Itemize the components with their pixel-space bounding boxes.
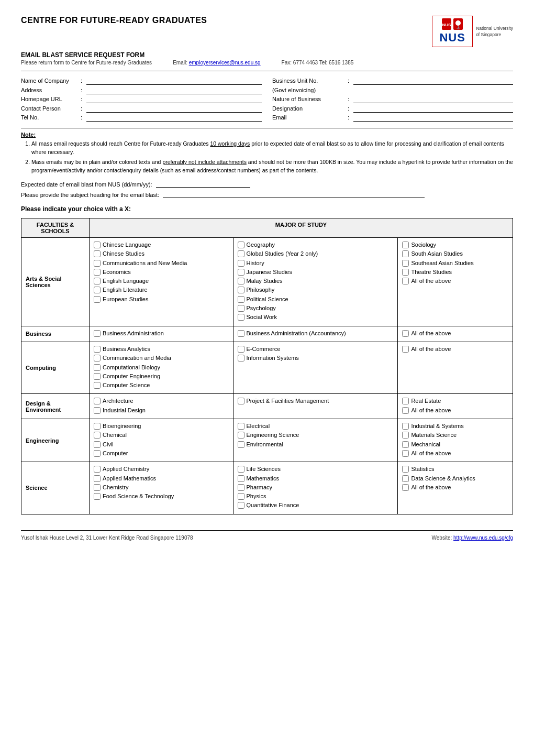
faculty-engineering: Engineering [21, 419, 90, 462]
cb-physics[interactable] [238, 493, 244, 500]
cb-english-language[interactable] [94, 278, 101, 284]
cb-pharmacy[interactable] [238, 484, 244, 491]
cb-philosophy[interactable] [238, 287, 244, 293]
designation-input[interactable] [353, 104, 513, 113]
table-row-business: Business Business Administration Busines… [21, 326, 513, 342]
cb-comp-science[interactable] [94, 382, 101, 389]
svg-text:⚓: ⚓ [457, 26, 461, 30]
table-row-engineering: Engineering Bioengineering Chemical Civi… [21, 419, 513, 462]
address-field: Address : [21, 86, 262, 95]
cb-computing-all[interactable] [402, 346, 409, 353]
email-link[interactable]: employerservices@nus.edu.sg [189, 60, 261, 65]
homepage-input[interactable] [86, 95, 262, 103]
subject-line-input[interactable] [163, 198, 425, 198]
cb-food-science[interactable] [94, 493, 101, 500]
cb-business-all[interactable] [402, 330, 409, 337]
company-name-input[interactable] [86, 76, 262, 85]
cb-english-literature[interactable] [94, 287, 101, 293]
col-header-faculty: FACULTIES & SCHOOLS [21, 218, 90, 237]
cb-industrial-systems[interactable] [402, 423, 409, 430]
nature-input[interactable] [353, 95, 513, 103]
cb-history[interactable] [238, 260, 244, 267]
cb-comp-engineering[interactable] [94, 373, 101, 380]
form-subtitle: Please return form to Centre for Future-… [21, 60, 152, 65]
cb-architecture[interactable] [94, 398, 101, 404]
cb-sci-all[interactable] [402, 484, 409, 491]
cb-chemical[interactable] [94, 432, 101, 439]
cb-chinese-studies[interactable] [94, 250, 101, 257]
cb-quantitative-finance[interactable] [238, 502, 244, 509]
cb-malay-studies[interactable] [238, 278, 244, 284]
cb-computer-eng[interactable] [94, 450, 101, 457]
cb-social-work[interactable] [238, 314, 244, 321]
cb-applied-chemistry[interactable] [94, 466, 101, 473]
cb-data-science[interactable] [402, 475, 409, 482]
cb-applied-math[interactable] [94, 475, 101, 482]
cb-chinese-language[interactable] [94, 242, 101, 248]
majors-computing-col3: All of the above [398, 342, 513, 393]
email-field: Email : [272, 113, 513, 123]
footer-website-link[interactable]: http://www.nus.edu.sg/cfg [453, 535, 513, 541]
nature-business-field: Nature of Business : [272, 95, 513, 104]
cb-bioengineering[interactable] [94, 423, 101, 430]
cb-eng-all[interactable] [402, 450, 409, 457]
address-input[interactable] [86, 86, 262, 94]
cb-geography[interactable] [238, 242, 244, 248]
majors-computing-col2: E-Commerce Information Systems [233, 342, 398, 393]
nus-logo: NUS ⚓ NUS National University of Singapo… [432, 16, 513, 47]
cb-statistics[interactable] [402, 466, 409, 473]
cb-environmental[interactable] [238, 441, 244, 448]
cb-theatre-studies[interactable] [402, 269, 409, 276]
note-title: Note: [21, 132, 513, 138]
cb-electrical[interactable] [238, 423, 244, 430]
tel-input[interactable] [86, 113, 262, 122]
contact-input[interactable] [86, 104, 262, 113]
cb-south-asian[interactable] [402, 250, 409, 257]
nus-acronym: NUS [439, 31, 465, 45]
cb-european-studies[interactable] [94, 296, 101, 303]
cb-design-all[interactable] [402, 407, 409, 414]
cb-real-estate[interactable] [402, 398, 409, 404]
majors-design-col2: Project & Facilities Management [233, 394, 398, 419]
cb-japanese-studies[interactable] [238, 269, 244, 276]
cb-comm-media[interactable] [94, 355, 101, 361]
cb-mathematics[interactable] [238, 475, 244, 482]
email-input[interactable] [353, 113, 513, 122]
cb-civil[interactable] [94, 441, 101, 448]
cb-industrial-design[interactable] [94, 407, 101, 414]
form-title: EMAIL BLAST SERVICE REQUEST FORM [21, 51, 513, 59]
business-unit-input[interactable] [353, 76, 513, 85]
majors-sci-col3: Statistics Data Science & Analytics All … [398, 462, 513, 514]
cb-life-sciences[interactable] [238, 466, 244, 473]
cb-business-admin-acc[interactable] [238, 330, 244, 337]
svg-point-3 [455, 20, 461, 26]
cb-comm-new-media[interactable] [94, 260, 101, 267]
contact-field: Contact Person : [21, 104, 262, 114]
cb-info-systems[interactable] [238, 355, 244, 361]
cb-psychology[interactable] [238, 305, 244, 312]
major-table: FACULTIES & SCHOOLS MAJOR OF STUDY Arts … [21, 218, 513, 514]
cb-project-facilities[interactable] [238, 398, 244, 404]
cb-arts-all[interactable] [402, 278, 409, 284]
cb-business-analytics[interactable] [94, 346, 101, 353]
cb-materials-science[interactable] [402, 432, 409, 439]
majors-arts-col3: Sociology South Asian Studies Southeast … [398, 237, 513, 326]
cb-global-studies[interactable] [238, 250, 244, 257]
table-row-arts: Arts & Social Sciences Chinese Language … [21, 237, 513, 326]
cb-comp-biology[interactable] [94, 364, 101, 371]
majors-sci-col2: Life Sciences Mathematics Pharmacy Physi… [233, 462, 398, 514]
cb-ecommerce[interactable] [238, 346, 244, 353]
svg-text:NUS: NUS [442, 23, 451, 27]
cb-business-admin[interactable] [94, 330, 101, 337]
cb-sociology[interactable] [402, 242, 409, 248]
faculty-computing: Computing [21, 342, 90, 393]
cb-southeast-asian[interactable] [402, 260, 409, 267]
cb-economics[interactable] [94, 269, 101, 276]
cb-mechanical[interactable] [402, 441, 409, 448]
cb-eng-science[interactable] [238, 432, 244, 439]
majors-sci-col1: Applied Chemistry Applied Mathematics Ch… [90, 462, 233, 514]
date-line-input[interactable] [156, 187, 250, 188]
cb-chemistry[interactable] [94, 484, 101, 491]
note-item-1: All mass email requests should reach Cen… [31, 140, 513, 157]
cb-political-science[interactable] [238, 296, 244, 303]
